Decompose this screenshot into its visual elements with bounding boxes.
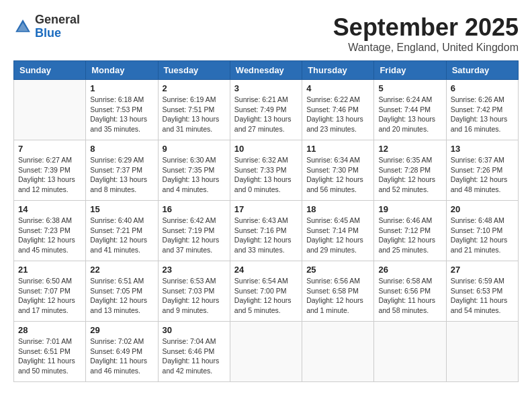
- day-info: Sunrise: 6:43 AM Sunset: 7:16 PM Dayligh…: [234, 216, 298, 255]
- calendar-cell: 8Sunrise: 6:29 AM Sunset: 7:37 PM Daylig…: [86, 140, 158, 201]
- calendar-cell: 5Sunrise: 6:24 AM Sunset: 7:44 PM Daylig…: [374, 80, 446, 140]
- weekday-header-monday: Monday: [86, 61, 158, 80]
- logo: General Blue: [13, 13, 80, 40]
- calendar-cell: 27Sunrise: 6:59 AM Sunset: 6:53 PM Dayli…: [446, 261, 518, 322]
- day-number: 18: [306, 204, 369, 214]
- calendar-cell: 29Sunrise: 7:02 AM Sunset: 6:49 PM Dayli…: [86, 322, 158, 382]
- calendar-cell: [374, 322, 446, 382]
- calendar-cell: 9Sunrise: 6:30 AM Sunset: 7:35 PM Daylig…: [158, 140, 230, 201]
- day-number: 1: [90, 83, 153, 93]
- day-info: Sunrise: 6:51 AM Sunset: 7:05 PM Dayligh…: [90, 276, 153, 316]
- page-header: General Blue September 2025 Wantage, Eng…: [13, 13, 519, 54]
- weekday-header-tuesday: Tuesday: [158, 61, 230, 80]
- calendar-cell: 7Sunrise: 6:27 AM Sunset: 7:39 PM Daylig…: [14, 140, 86, 201]
- day-number: 24: [234, 265, 298, 275]
- day-number: 15: [90, 204, 153, 214]
- weekday-header-wednesday: Wednesday: [230, 61, 302, 80]
- day-number: 17: [234, 204, 298, 214]
- day-number: 22: [90, 265, 153, 275]
- calendar-table: SundayMondayTuesdayWednesdayThursdayFrid…: [13, 60, 519, 382]
- day-number: 26: [378, 265, 441, 275]
- calendar-cell: 22Sunrise: 6:51 AM Sunset: 7:05 PM Dayli…: [86, 261, 158, 322]
- day-number: 9: [163, 144, 226, 154]
- day-info: Sunrise: 6:26 AM Sunset: 7:42 PM Dayligh…: [451, 95, 514, 134]
- calendar-cell: 30Sunrise: 7:04 AM Sunset: 6:46 PM Dayli…: [158, 322, 230, 382]
- day-number: 28: [18, 325, 81, 335]
- day-number: 16: [163, 204, 226, 214]
- day-info: Sunrise: 6:46 AM Sunset: 7:12 PM Dayligh…: [378, 216, 441, 255]
- day-info: Sunrise: 6:37 AM Sunset: 7:26 PM Dayligh…: [451, 155, 514, 195]
- calendar-cell: 1Sunrise: 6:18 AM Sunset: 7:53 PM Daylig…: [86, 80, 158, 140]
- calendar-week-row: 14Sunrise: 6:38 AM Sunset: 7:23 PM Dayli…: [14, 201, 519, 261]
- calendar-cell: 23Sunrise: 6:53 AM Sunset: 7:03 PM Dayli…: [158, 261, 230, 322]
- day-number: 13: [451, 144, 514, 154]
- calendar-week-row: 28Sunrise: 7:01 AM Sunset: 6:51 PM Dayli…: [14, 322, 519, 382]
- calendar-cell: 11Sunrise: 6:34 AM Sunset: 7:30 PM Dayli…: [302, 140, 374, 201]
- day-number: 11: [306, 144, 369, 154]
- logo-text: General Blue: [35, 13, 80, 40]
- day-number: 8: [90, 144, 153, 154]
- day-info: Sunrise: 6:48 AM Sunset: 7:10 PM Dayligh…: [451, 216, 514, 255]
- weekday-header-row: SundayMondayTuesdayWednesdayThursdayFrid…: [14, 61, 519, 80]
- day-number: 30: [163, 325, 226, 335]
- day-number: 25: [306, 265, 369, 275]
- day-info: Sunrise: 6:50 AM Sunset: 7:07 PM Dayligh…: [18, 276, 81, 316]
- calendar-cell: [14, 80, 86, 140]
- day-info: Sunrise: 6:21 AM Sunset: 7:49 PM Dayligh…: [234, 95, 298, 134]
- day-number: 20: [451, 204, 514, 214]
- calendar-week-row: 21Sunrise: 6:50 AM Sunset: 7:07 PM Dayli…: [14, 261, 519, 322]
- day-info: Sunrise: 6:32 AM Sunset: 7:33 PM Dayligh…: [234, 155, 298, 195]
- calendar-cell: 6Sunrise: 6:26 AM Sunset: 7:42 PM Daylig…: [446, 80, 518, 140]
- day-number: 4: [306, 83, 369, 93]
- day-info: Sunrise: 6:27 AM Sunset: 7:39 PM Dayligh…: [18, 155, 81, 195]
- calendar-cell: [446, 322, 518, 382]
- day-info: Sunrise: 6:53 AM Sunset: 7:03 PM Dayligh…: [163, 276, 226, 316]
- calendar-cell: 16Sunrise: 6:42 AM Sunset: 7:19 PM Dayli…: [158, 201, 230, 261]
- day-number: 2: [163, 83, 226, 93]
- calendar-cell: 13Sunrise: 6:37 AM Sunset: 7:26 PM Dayli…: [446, 140, 518, 201]
- calendar-cell: 24Sunrise: 6:54 AM Sunset: 7:00 PM Dayli…: [230, 261, 302, 322]
- day-info: Sunrise: 6:24 AM Sunset: 7:44 PM Dayligh…: [378, 95, 441, 134]
- weekday-header-sunday: Sunday: [14, 61, 86, 80]
- day-number: 19: [378, 204, 441, 214]
- day-info: Sunrise: 6:22 AM Sunset: 7:46 PM Dayligh…: [306, 95, 369, 134]
- day-info: Sunrise: 6:30 AM Sunset: 7:35 PM Dayligh…: [163, 155, 226, 195]
- calendar-cell: 18Sunrise: 6:45 AM Sunset: 7:14 PM Dayli…: [302, 201, 374, 261]
- calendar-week-row: 7Sunrise: 6:27 AM Sunset: 7:39 PM Daylig…: [14, 140, 519, 201]
- day-info: Sunrise: 6:38 AM Sunset: 7:23 PM Dayligh…: [18, 216, 81, 255]
- day-info: Sunrise: 6:34 AM Sunset: 7:30 PM Dayligh…: [306, 155, 369, 195]
- calendar-cell: 12Sunrise: 6:35 AM Sunset: 7:28 PM Dayli…: [374, 140, 446, 201]
- day-info: Sunrise: 7:04 AM Sunset: 6:46 PM Dayligh…: [163, 336, 226, 376]
- calendar-cell: 26Sunrise: 6:58 AM Sunset: 6:56 PM Dayli…: [374, 261, 446, 322]
- title-block: September 2025 Wantage, England, United …: [333, 13, 519, 54]
- day-number: 10: [234, 144, 298, 154]
- location: Wantage, England, United Kingdom: [333, 42, 519, 54]
- month-title: September 2025: [333, 13, 519, 42]
- day-info: Sunrise: 6:18 AM Sunset: 7:53 PM Dayligh…: [90, 95, 153, 134]
- day-info: Sunrise: 7:01 AM Sunset: 6:51 PM Dayligh…: [18, 336, 81, 376]
- calendar-cell: 15Sunrise: 6:40 AM Sunset: 7:21 PM Dayli…: [86, 201, 158, 261]
- day-info: Sunrise: 6:59 AM Sunset: 6:53 PM Dayligh…: [451, 276, 514, 316]
- day-info: Sunrise: 6:35 AM Sunset: 7:28 PM Dayligh…: [378, 155, 441, 195]
- calendar-cell: [230, 322, 302, 382]
- calendar-cell: 19Sunrise: 6:46 AM Sunset: 7:12 PM Dayli…: [374, 201, 446, 261]
- logo-icon: [13, 17, 32, 36]
- calendar-cell: 25Sunrise: 6:56 AM Sunset: 6:58 PM Dayli…: [302, 261, 374, 322]
- day-number: 5: [378, 83, 441, 93]
- day-number: 21: [18, 265, 81, 275]
- calendar-cell: [302, 322, 374, 382]
- day-info: Sunrise: 6:56 AM Sunset: 6:58 PM Dayligh…: [306, 276, 369, 316]
- day-number: 23: [163, 265, 226, 275]
- day-number: 12: [378, 144, 441, 154]
- logo-blue: Blue: [35, 26, 61, 40]
- weekday-header-saturday: Saturday: [446, 61, 518, 80]
- logo-general: General: [35, 13, 80, 26]
- weekday-header-friday: Friday: [374, 61, 446, 80]
- day-number: 6: [451, 83, 514, 93]
- day-info: Sunrise: 6:19 AM Sunset: 7:51 PM Dayligh…: [163, 95, 226, 134]
- day-number: 27: [451, 265, 514, 275]
- weekday-header-thursday: Thursday: [302, 61, 374, 80]
- day-info: Sunrise: 6:40 AM Sunset: 7:21 PM Dayligh…: [90, 216, 153, 255]
- day-info: Sunrise: 6:45 AM Sunset: 7:14 PM Dayligh…: [306, 216, 369, 255]
- calendar-cell: 14Sunrise: 6:38 AM Sunset: 7:23 PM Dayli…: [14, 201, 86, 261]
